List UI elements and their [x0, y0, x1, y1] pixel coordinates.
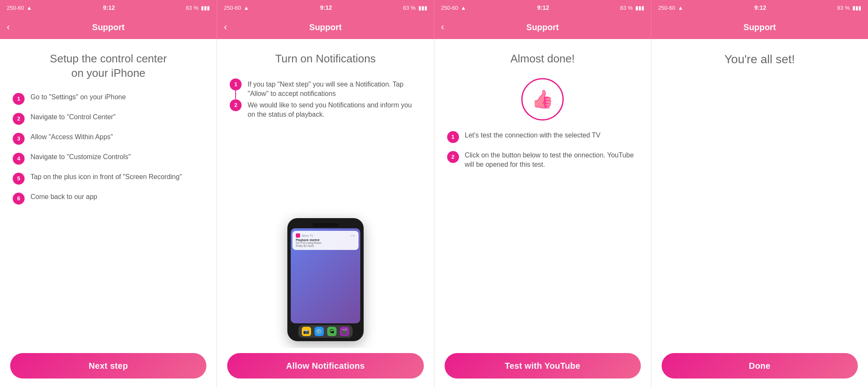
step-text-5: Tap on the plus icon in front of "Screen…	[31, 172, 182, 182]
step-item: 3 Allow "Access Within Apps"	[13, 132, 204, 145]
signal-icon-1: ▮▮▮	[201, 5, 210, 11]
main-content: Setup the control centeron your iPhone 1…	[0, 39, 868, 387]
step-item: 1 Go to "Settings" on your iPhone	[13, 93, 204, 105]
signal-icon-4: ▮▮▮	[852, 5, 861, 11]
panel-almost-done-content: Almost done! 👍 1 Let's test the connecti…	[434, 39, 651, 348]
time-3: 9:12	[537, 4, 549, 11]
panel-setup: Setup the control centeron your iPhone 1…	[0, 39, 217, 387]
step-list-almost-done: 1 Let's test the connection with the sel…	[447, 131, 638, 170]
thumbs-up-icon: 👍	[531, 89, 554, 109]
phone-screen: Mirror TV now Playback started On [TV] L…	[291, 228, 360, 323]
header-2: ‹ Support	[217, 15, 434, 39]
panel-almost-done: Almost done! 👍 1 Let's test the connecti…	[434, 39, 651, 387]
wifi-icon-2: ▲	[244, 5, 249, 11]
step-item: 2 Navigate to "Control Center"	[13, 112, 204, 125]
step-badge-1: 1	[13, 93, 25, 105]
panel-setup-content: Setup the control centeron your iPhone 1…	[0, 39, 217, 348]
step-connector-2: 2	[230, 99, 242, 120]
step-text-4: Navigate to "Customize Controls"	[31, 152, 131, 162]
panel-setup-title: Setup the control centeron your iPhone	[13, 52, 204, 81]
status-right-4: 83 % ▮▮▮	[837, 5, 861, 11]
wifi-icon-1: ▲	[26, 5, 32, 11]
status-right-3: 83 % ▮▮▮	[620, 5, 644, 11]
almost-done-text-2: Click on the button below to test the on…	[465, 151, 638, 170]
back-button-1[interactable]: ‹	[7, 22, 10, 33]
notif-badge-1: 1	[230, 79, 242, 90]
battery-pct-3: 83 %	[620, 5, 633, 11]
carrier-1: 250-60	[7, 5, 24, 11]
allow-notif-btn-area: Allow Notifications	[217, 348, 434, 387]
status-right-1: 83 % ▮▮▮	[186, 5, 210, 11]
carrier-2: 250-60	[224, 5, 241, 11]
battery-pct-4: 83 %	[837, 5, 850, 11]
header-title-1: Support	[92, 22, 125, 32]
battery-pct-2: 83 %	[403, 5, 416, 11]
almost-done-badge-2: 2	[447, 151, 459, 163]
steps-connected: 1 If you tap "Next step" you will see a …	[230, 78, 421, 120]
back-button-2[interactable]: ‹	[224, 22, 227, 33]
notif-time: now	[351, 234, 355, 237]
step-badge-5: 5	[13, 173, 25, 185]
header-4: Support	[651, 15, 868, 39]
status-bar: 250-60 ▲ 9:12 83 % ▮▮▮ 250-60 ▲ 9:12 83 …	[0, 0, 868, 15]
test-youtube-button[interactable]: Test with YouTube	[445, 353, 641, 379]
panel-all-set-content: You're all set!	[651, 39, 868, 348]
next-step-btn-area: Next step	[0, 348, 217, 387]
back-button-3[interactable]: ‹	[441, 22, 444, 33]
carrier-4: 250-60	[658, 5, 675, 11]
done-button[interactable]: Done	[662, 353, 858, 379]
time-1: 9:12	[103, 4, 115, 11]
panel-notifications: Turn on Notifications 1 If you tap "Next…	[217, 39, 434, 387]
battery-pct-1: 83 %	[186, 5, 199, 11]
step-item: 5 Tap on the plus icon in front of "Scre…	[13, 172, 204, 185]
next-step-button[interactable]: Next step	[10, 353, 206, 379]
step-badge-2: 2	[13, 113, 25, 125]
dock-icon-4: 🎬	[340, 327, 349, 336]
step-item: 6 Come back to our app	[13, 192, 204, 205]
header-bar: ‹ Support ‹ Support ‹ Support Support	[0, 15, 868, 39]
step-text-6: Come back to our app	[31, 192, 97, 202]
phone-illustration: Mirror TV now Playback started On [TV] L…	[230, 120, 421, 341]
almost-done-text-1: Let's test the connection with the selec…	[465, 131, 601, 140]
panel-almost-done-title: Almost done!	[447, 52, 638, 66]
step-badge-3: 3	[13, 133, 25, 145]
step-list-setup: 1 Go to "Settings" on your iPhone 2 Navi…	[13, 93, 204, 205]
phone-body: Mirror TV now Playback started On [TV] L…	[287, 218, 364, 341]
thumbs-up-container: 👍	[447, 78, 638, 121]
dock-icon-2: ⚙️	[314, 327, 324, 336]
status-left-3: 250-60 ▲	[441, 5, 466, 11]
panel-notifications-content: Turn on Notifications 1 If you tap "Next…	[217, 39, 434, 348]
status-segment-1: 250-60 ▲ 9:12 83 % ▮▮▮	[0, 0, 217, 15]
step-badge-6: 6	[13, 193, 25, 205]
panel-notifications-title: Turn on Notifications	[230, 52, 421, 66]
step-text-1: Go to "Settings" on your iPhone	[31, 93, 126, 102]
step-text-2: Navigate to "Control Center"	[31, 112, 116, 122]
allow-notifications-button[interactable]: Allow Notifications	[227, 353, 423, 379]
header-title-4: Support	[743, 22, 776, 32]
step-item: 1 Let's test the connection with the sel…	[447, 131, 638, 143]
header-title-3: Support	[526, 22, 559, 32]
status-left-1: 250-60 ▲	[7, 5, 32, 11]
header-title-2: Support	[309, 22, 342, 32]
time-2: 9:12	[320, 4, 332, 11]
step-connected-1: 1 If you tap "Next step" you will see a …	[230, 78, 421, 99]
step-text-3: Allow "Access Within Apps"	[31, 132, 113, 142]
app-icon	[296, 233, 300, 238]
done-btn-area: Done	[651, 348, 868, 387]
step-connected-2: 2 We would like to send you Notification…	[230, 99, 421, 120]
header-3: ‹ Support	[434, 15, 651, 39]
test-youtube-btn-area: Test with YouTube	[434, 348, 651, 387]
phone-dock: 📷 ⚙️ 🌤 🎬	[298, 325, 353, 338]
step-badge-4: 4	[13, 153, 25, 165]
notif-body: On [TV] Living Room	[296, 241, 355, 244]
notif-text-2: We would like to send you Notifications …	[248, 99, 421, 120]
notif-text-1: If you tap "Next step" you will see a No…	[248, 78, 421, 99]
panel-all-set: You're all set! Done	[651, 39, 868, 387]
notif-app-name: Mirror TV	[302, 234, 313, 237]
status-segment-4: 250-60 ▲ 9:12 83 % ▮▮▮	[651, 0, 868, 15]
header-1: ‹ Support	[0, 15, 217, 39]
notif-header: Mirror TV now	[296, 233, 355, 238]
signal-icon-3: ▮▮▮	[635, 5, 644, 11]
almost-done-badge-1: 1	[447, 131, 459, 143]
carrier-3: 250-60	[441, 5, 458, 11]
